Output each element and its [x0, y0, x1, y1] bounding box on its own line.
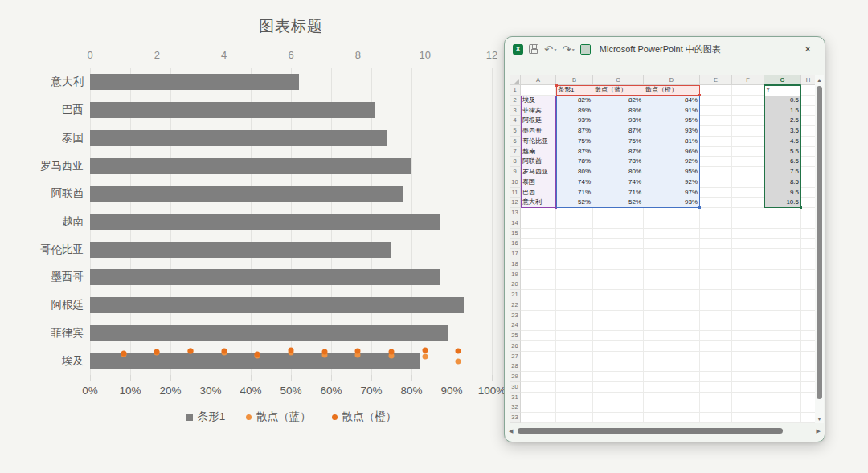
- cell-G6[interactable]: 4.5: [764, 137, 801, 147]
- row-header-3[interactable]: 3: [510, 106, 521, 116]
- cell-D10[interactable]: 92%: [644, 177, 700, 188]
- cell-A6[interactable]: 哥伦比亚: [521, 137, 556, 147]
- cell-D3[interactable]: 91%: [644, 106, 700, 116]
- row-header-33[interactable]: 33: [510, 413, 521, 423]
- row-header-20[interactable]: 20: [510, 279, 521, 290]
- cell-B11[interactable]: 71%: [556, 188, 593, 198]
- row-header-23[interactable]: 23: [510, 311, 521, 321]
- row-header-27[interactable]: 27: [510, 352, 521, 362]
- cell-D1[interactable]: 散点（橙）: [644, 85, 700, 96]
- cell-C5[interactable]: 87%: [593, 126, 644, 137]
- column-header-H[interactable]: H: [801, 75, 816, 85]
- cell-B9[interactable]: 80%: [556, 167, 593, 177]
- row-header-26[interactable]: 26: [510, 341, 521, 352]
- cell-B7[interactable]: 87%: [556, 147, 593, 157]
- scroll-down-icon[interactable]: ▼: [817, 416, 822, 422]
- cell-B10[interactable]: 74%: [556, 177, 593, 188]
- vertical-scrollbar-thumb[interactable]: [817, 86, 822, 399]
- row-header-17[interactable]: 17: [510, 249, 521, 259]
- cell-C8[interactable]: 78%: [593, 157, 644, 167]
- row-header-13[interactable]: 13: [510, 208, 521, 218]
- cell-A7[interactable]: 越南: [521, 147, 556, 157]
- cell-C4[interactable]: 93%: [593, 116, 644, 126]
- column-header-C[interactable]: C: [593, 75, 644, 85]
- row-header-31[interactable]: 31: [510, 393, 521, 403]
- row-header-1[interactable]: 1: [510, 85, 521, 96]
- cell-B1[interactable]: 条形1: [556, 85, 593, 96]
- cell-A9[interactable]: 罗马西亚: [521, 167, 556, 177]
- cell-D11[interactable]: 97%: [644, 188, 700, 198]
- cell-B5[interactable]: 87%: [556, 126, 593, 137]
- undo-icon[interactable]: ↶▾: [544, 44, 556, 55]
- horizontal-scrollbar-thumb[interactable]: [518, 428, 783, 434]
- column-header-E[interactable]: E: [700, 75, 732, 85]
- cell-A5[interactable]: 墨西哥: [521, 126, 556, 137]
- cell-B8[interactable]: 78%: [556, 157, 593, 167]
- cell-D4[interactable]: 95%: [644, 116, 700, 126]
- cell-G3[interactable]: 1.5: [764, 106, 801, 116]
- cell-G2[interactable]: 0.5: [764, 96, 801, 106]
- horizontal-scrollbar[interactable]: ◀ ▶: [508, 426, 821, 436]
- row-header-32[interactable]: 32: [510, 402, 521, 413]
- close-icon[interactable]: ×: [800, 42, 815, 56]
- column-header-F[interactable]: F: [732, 75, 764, 85]
- cell-G7[interactable]: 5.5: [764, 147, 801, 157]
- row-header-24[interactable]: 24: [510, 320, 521, 331]
- cell-A8[interactable]: 阿联酋: [521, 157, 556, 167]
- row-header-2[interactable]: 2: [510, 96, 521, 106]
- cell-G8[interactable]: 6.5: [764, 157, 801, 167]
- cell-B2[interactable]: 82%: [556, 96, 593, 106]
- row-header-29[interactable]: 29: [510, 372, 521, 382]
- row-header-18[interactable]: 18: [510, 259, 521, 270]
- cell-B3[interactable]: 89%: [556, 106, 593, 116]
- cell-D5[interactable]: 93%: [644, 126, 700, 137]
- cell-C1[interactable]: 散点（蓝）: [593, 85, 644, 96]
- cell-B4[interactable]: 93%: [556, 116, 593, 126]
- column-header-G[interactable]: G: [764, 75, 801, 85]
- row-header-16[interactable]: 16: [510, 239, 521, 249]
- cell-C3[interactable]: 89%: [593, 106, 644, 116]
- column-header-D[interactable]: D: [644, 75, 700, 85]
- cell-C2[interactable]: 82%: [593, 96, 644, 106]
- cell-D12[interactable]: 93%: [644, 198, 700, 208]
- save-icon[interactable]: [529, 44, 538, 54]
- row-header-7[interactable]: 7: [510, 147, 521, 157]
- cell-A3[interactable]: 菲律宾: [521, 106, 556, 116]
- cell-G4[interactable]: 2.5: [764, 116, 801, 126]
- spreadsheet-grid[interactable]: ABCDEFGH12345678910111213141516171819202…: [510, 75, 816, 423]
- row-header-4[interactable]: 4: [510, 116, 521, 126]
- cell-D8[interactable]: 92%: [644, 157, 700, 167]
- row-header-9[interactable]: 9: [510, 167, 521, 177]
- row-header-21[interactable]: 21: [510, 290, 521, 300]
- cell-A10[interactable]: 泰国: [521, 177, 556, 188]
- row-header-30[interactable]: 30: [510, 382, 521, 393]
- cell-B12[interactable]: 52%: [556, 198, 593, 208]
- redo-icon[interactable]: ↷▾: [562, 44, 574, 55]
- cell-D9[interactable]: 95%: [644, 167, 700, 177]
- cell-B6[interactable]: 75%: [556, 137, 593, 147]
- cell-C10[interactable]: 74%: [593, 177, 644, 188]
- column-header-A[interactable]: A: [521, 75, 556, 85]
- cell-A11[interactable]: 巴西: [521, 188, 556, 198]
- cell-C12[interactable]: 52%: [593, 198, 644, 208]
- row-header-11[interactable]: 11: [510, 188, 521, 198]
- row-header-15[interactable]: 15: [510, 229, 521, 239]
- vertical-scrollbar[interactable]: ▲ ▼: [815, 75, 824, 423]
- scroll-right-icon[interactable]: ▶: [817, 428, 821, 434]
- cell-D2[interactable]: 84%: [644, 96, 700, 106]
- row-header-10[interactable]: 10: [510, 177, 521, 188]
- cell-G11[interactable]: 9.5: [764, 188, 801, 198]
- cell-D6[interactable]: 81%: [644, 137, 700, 147]
- row-header-12[interactable]: 12: [510, 198, 521, 208]
- cell-A12[interactable]: 意大利: [521, 198, 556, 208]
- row-header-14[interactable]: 14: [510, 218, 521, 229]
- cell-C9[interactable]: 80%: [593, 167, 644, 177]
- scroll-left-icon[interactable]: ◀: [509, 428, 513, 434]
- cell-A2[interactable]: 埃及: [521, 96, 556, 106]
- cell-C7[interactable]: 87%: [593, 147, 644, 157]
- row-header-19[interactable]: 19: [510, 270, 521, 280]
- cell-G12[interactable]: 10.5: [764, 198, 801, 208]
- cell-G5[interactable]: 3.5: [764, 126, 801, 137]
- row-header-22[interactable]: 22: [510, 300, 521, 311]
- scroll-up-icon[interactable]: ▲: [817, 77, 822, 83]
